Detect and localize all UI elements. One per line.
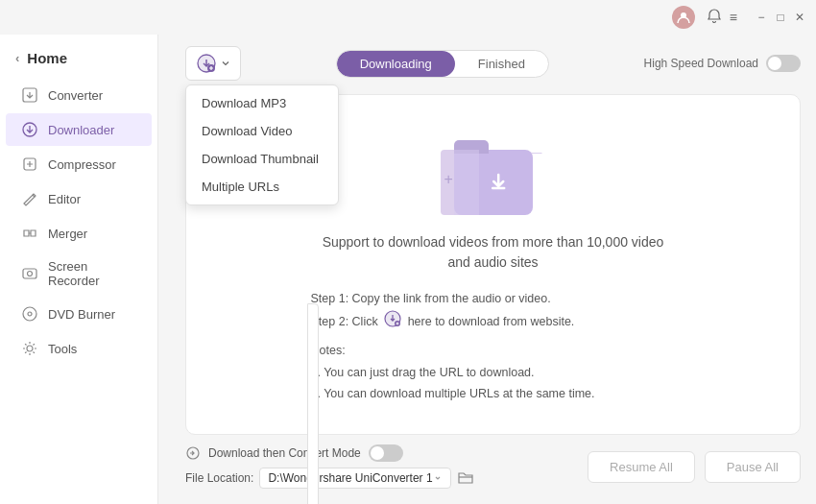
sidebar: ‹ Home Converter: [0, 35, 158, 504]
bell-icon[interactable]: [707, 9, 722, 27]
compressor-label: Compressor: [48, 157, 116, 172]
folder-illustration: + —: [441, 124, 546, 215]
file-location-label: File Location:: [185, 471, 253, 485]
content-area: Download MP3 Download Video Download Thu…: [170, 35, 816, 504]
dvd-burner-label: DVD Burner: [48, 307, 115, 322]
toggle-knob: [768, 57, 781, 70]
home-label: Home: [27, 50, 67, 66]
notes-section: Notes: 1. You can just drag the URL to d…: [311, 340, 676, 405]
sidebar-item-tools[interactable]: Tools: [6, 332, 152, 365]
notes-label: Notes:: [311, 340, 676, 362]
open-folder-button[interactable]: [457, 468, 474, 489]
convert-mode-label: Download then Convert Mode: [208, 446, 361, 460]
sidebar-item-compressor[interactable]: Compressor: [6, 148, 152, 180]
converter-icon: [21, 86, 38, 104]
convert-toggle-knob: [371, 446, 384, 460]
svg-point-5: [28, 272, 33, 276]
screen-recorder-icon: [21, 265, 38, 282]
tabs-container: Downloading Finished: [336, 50, 549, 78]
step2-text: Step 2: Click here to download from webs…: [311, 310, 676, 335]
lines-decoration: —: [532, 146, 542, 157]
title-bar-icons: ≡: [672, 6, 745, 29]
high-speed-download: High Speed Download: [644, 55, 801, 72]
convert-mode-toggle[interactable]: [369, 444, 403, 462]
downloader-label: Downloader: [48, 123, 114, 137]
download-type-icon: [196, 53, 217, 74]
downloader-icon: [21, 121, 38, 138]
bottom-left: Download then Convert Mode File Location…: [185, 444, 474, 489]
svg-rect-4: [23, 269, 36, 278]
dropdown-item-mp3[interactable]: Download MP3: [186, 89, 338, 117]
dropdown-item-multiple[interactable]: Multiple URLs: [186, 173, 338, 201]
resume-all-button[interactable]: Resume All: [588, 451, 695, 483]
content-title: Support to download videos from more tha…: [321, 232, 666, 273]
merger-label: Merger: [48, 227, 87, 241]
user-avatar[interactable]: [672, 6, 695, 29]
svg-point-7: [28, 312, 32, 316]
file-location-path: D:\Wondershare UniConverter 1: [259, 468, 450, 489]
menu-icon[interactable]: ≡: [730, 10, 737, 25]
tab-finished[interactable]: Finished: [455, 51, 548, 77]
sidebar-item-dvd-burner[interactable]: DVD Burner: [6, 298, 152, 330]
bottom-bar: Download then Convert Mode File Location…: [185, 435, 801, 492]
step2-inline-icon: [384, 310, 401, 335]
collapse-sidebar-button[interactable]: ‹: [307, 303, 319, 504]
svg-point-8: [27, 346, 33, 351]
screen-recorder-label: Screen Recorder: [48, 259, 136, 288]
convert-mode-row: Download then Convert Mode: [185, 444, 474, 462]
compressor-icon: [21, 156, 38, 173]
dropdown-item-video[interactable]: Download Video: [186, 117, 338, 145]
high-speed-label: High Speed Download: [644, 57, 758, 70]
dvd-burner-icon: [21, 305, 38, 323]
merger-icon: [21, 225, 38, 242]
tools-label: Tools: [48, 342, 77, 356]
tools-icon: [21, 340, 38, 357]
tab-downloading[interactable]: Downloading: [337, 51, 455, 77]
title-bar: ≡ − □ ✕: [0, 0, 816, 35]
content-steps: Step 1: Copy the link from the audio or …: [311, 288, 676, 405]
back-button[interactable]: ‹: [15, 51, 19, 65]
close-button[interactable]: ✕: [793, 11, 806, 24]
download-arrow-icon: [486, 169, 511, 200]
minimize-button[interactable]: −: [755, 11, 768, 24]
file-location-row: File Location: D:\Wondershare UniConvert…: [185, 468, 474, 489]
home-header: ‹ Home: [0, 42, 157, 78]
editor-icon: [21, 190, 38, 207]
note2: 2. You can download multiple URLs at the…: [311, 383, 676, 405]
chevron-down-icon: [221, 59, 230, 68]
maximize-button[interactable]: □: [774, 11, 787, 24]
sidebar-item-merger[interactable]: Merger: [6, 217, 152, 250]
high-speed-toggle[interactable]: [766, 55, 801, 72]
pause-all-button[interactable]: Pause All: [705, 451, 801, 483]
sidebar-item-downloader[interactable]: Downloader: [6, 113, 152, 146]
path-chevron-icon: [433, 473, 443, 483]
dropdown-item-thumbnail[interactable]: Download Thumbnail: [186, 145, 338, 173]
convert-mode-icon: [185, 445, 201, 461]
sidebar-item-editor[interactable]: Editor: [6, 182, 152, 215]
step1-text: Step 1: Copy the link from the audio or …: [311, 288, 676, 310]
download-type-button[interactable]: [185, 46, 241, 81]
plus-decoration: +: [444, 171, 453, 188]
sidebar-item-screen-recorder[interactable]: Screen Recorder: [6, 252, 152, 296]
editor-label: Editor: [48, 192, 81, 206]
step2-post: here to download from website.: [408, 315, 575, 328]
svg-point-6: [23, 307, 36, 321]
top-bar: Download MP3 Download Video Download Thu…: [185, 46, 801, 81]
step2-pre: Step 2: Click: [311, 315, 378, 328]
note1: 1. You can just drag the URL to download…: [311, 362, 676, 384]
dropdown-menu: Download MP3 Download Video Download Thu…: [185, 84, 339, 205]
converter-label: Converter: [48, 88, 103, 103]
sidebar-item-converter[interactable]: Converter: [6, 79, 152, 111]
action-buttons: Resume All Pause All: [588, 451, 801, 483]
